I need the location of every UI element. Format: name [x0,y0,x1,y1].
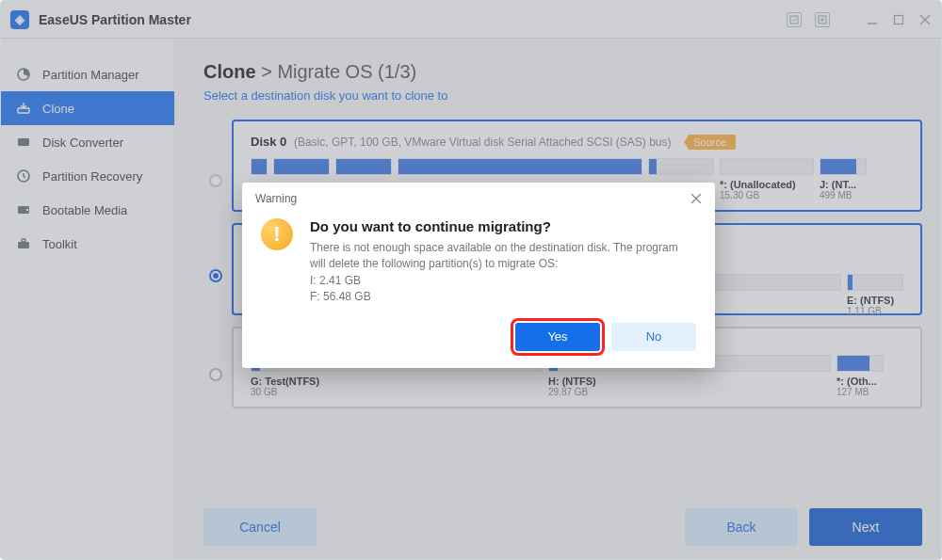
dialog-text: There is not enough space available on t… [310,240,696,273]
dialog-no-button[interactable]: No [611,323,696,351]
dialog-title: Warning [255,192,297,205]
warning-dialog: Warning ! Do you want to continue migrat… [242,183,715,368]
dialog-heading: Do you want to continue migrating? [310,218,696,234]
dialog-footer: Yes No [242,323,715,368]
dialog-close-icon[interactable] [690,193,702,204]
dialog-message: Do you want to continue migrating? There… [310,218,696,306]
warning-icon: ! [261,218,293,250]
dialog-line-i: I: 2.41 GB [310,273,696,289]
dialog-header: Warning [242,183,715,215]
dialog-line-f: F: 56.48 GB [310,289,696,305]
dialog-yes-button[interactable]: Yes [515,323,600,351]
app-window: ◈ EaseUS Partition Master [0,0,942,560]
